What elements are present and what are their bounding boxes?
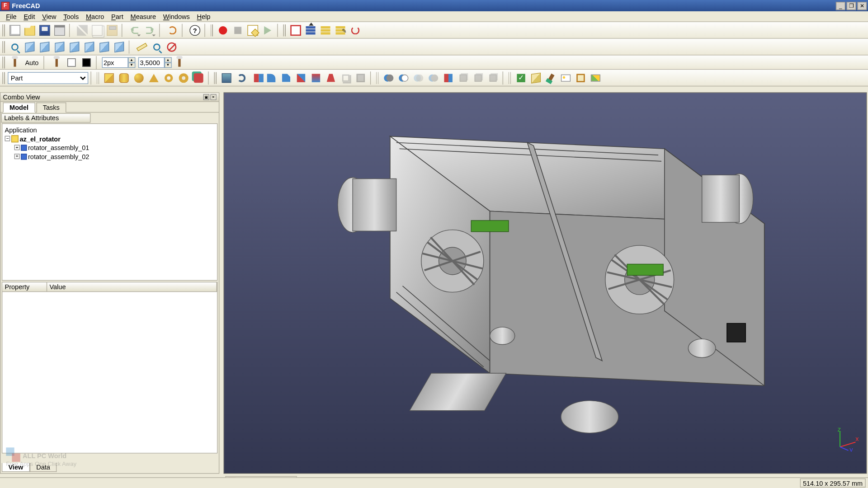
image-open-button[interactable] (559, 70, 573, 85)
part-fuse-button[interactable] (382, 70, 396, 85)
expand-toggle[interactable]: − (5, 136, 10, 141)
tree-item-assembly-02[interactable]: + rotator_assembly_02 (5, 152, 215, 161)
part-compound2-button[interactable] (471, 70, 486, 85)
part-common-button[interactable] (411, 70, 426, 85)
part-sphere-button[interactable] (132, 70, 146, 85)
layers-button[interactable] (318, 23, 333, 38)
labels-attributes-header[interactable]: Labels & Attributes (1, 113, 91, 123)
menu-tools[interactable]: Tools (60, 12, 82, 21)
workbench-select[interactable]: Part (8, 72, 88, 84)
top-view-button[interactable] (52, 40, 67, 54)
line-width-down[interactable]: ▼ (128, 62, 135, 68)
print-button[interactable] (52, 23, 67, 38)
part-chamfer-button[interactable] (279, 70, 293, 85)
font-size-stepper[interactable]: ▲▼ (138, 56, 171, 68)
part-compound-button[interactable] (456, 70, 471, 85)
macro-stop-button[interactable] (231, 23, 245, 38)
tab-model[interactable]: Model (3, 103, 35, 113)
macro-play-button[interactable] (260, 23, 275, 38)
expand-toggle[interactable]: + (14, 145, 20, 150)
whats-this-button[interactable]: ? (188, 23, 202, 38)
copy-button[interactable] (90, 23, 104, 38)
part-loft-button[interactable] (309, 70, 323, 85)
line-color-swatch[interactable] (64, 55, 79, 70)
menu-edit[interactable]: Edit (20, 12, 39, 21)
rear-view-button[interactable] (82, 40, 97, 54)
save-button[interactable] (38, 23, 52, 38)
menu-measure[interactable]: Measure (127, 12, 160, 21)
cut-button[interactable] (75, 23, 90, 38)
face-color-button[interactable] (49, 55, 64, 70)
part-primitives-button[interactable] (176, 70, 191, 85)
tree-application-node[interactable]: Application (5, 125, 215, 134)
menu-help[interactable]: Help (193, 12, 214, 21)
minimize-button[interactable]: _ (836, 1, 845, 9)
fit-all-button[interactable] (8, 40, 22, 54)
part-sweep-button[interactable] (324, 70, 338, 85)
part-mirror-button[interactable] (249, 70, 264, 85)
3d-viewport[interactable]: x z y (224, 92, 867, 474)
right-view-button[interactable] (67, 40, 82, 54)
part-revolve-button[interactable] (234, 70, 249, 85)
font-size-down[interactable]: ▼ (164, 62, 171, 68)
combo-float-button[interactable]: ▣ (203, 94, 209, 100)
line-width-input[interactable] (102, 57, 128, 68)
macro-record-button[interactable] (216, 23, 230, 38)
part-shapebuilder-button[interactable] (191, 70, 206, 85)
tab-tasks[interactable]: Tasks (36, 103, 66, 113)
tab-view[interactable]: View (2, 463, 30, 472)
tab-data[interactable]: Data (30, 463, 57, 472)
new-button[interactable] (8, 23, 22, 38)
part-offset-button[interactable] (339, 70, 353, 85)
part-thickness-button[interactable] (354, 70, 368, 85)
part-cut-button[interactable] (396, 70, 411, 85)
workbench-selector[interactable]: Part (8, 72, 88, 84)
close-button[interactable]: ✕ (857, 1, 867, 9)
part-cone-button[interactable] (146, 70, 161, 85)
appearance-button[interactable] (544, 70, 558, 85)
check-geometry-button[interactable] (514, 70, 528, 85)
part-ruled-button[interactable] (294, 70, 308, 85)
paste-button[interactable] (105, 23, 119, 38)
image-scale-button[interactable] (589, 70, 603, 85)
view-iso-button[interactable] (529, 70, 543, 85)
part-extrude-button[interactable] (219, 70, 234, 85)
expand-toggle[interactable]: + (14, 154, 20, 159)
part-torus-button[interactable] (161, 70, 176, 85)
bottom-view-button[interactable] (97, 40, 112, 54)
macro-edit-button[interactable] (245, 23, 260, 38)
undo-button[interactable] (127, 23, 142, 38)
tree-document-node[interactable]: − az_el_rotator (5, 134, 215, 143)
axo-view-button[interactable] (23, 40, 37, 54)
part-join-button[interactable] (426, 70, 441, 85)
fill-color-swatch[interactable] (79, 55, 94, 70)
line-width-stepper[interactable]: ▲▼ (102, 56, 135, 68)
image-plane-button[interactable] (574, 70, 588, 85)
maximize-button[interactable]: ❐ (847, 1, 856, 9)
part-cylinder-button[interactable] (117, 70, 131, 85)
part-box-button[interactable] (102, 70, 116, 85)
part-import-button[interactable] (303, 23, 318, 38)
menu-macro[interactable]: Macro (82, 12, 108, 21)
menu-windows[interactable]: Windows (160, 12, 193, 21)
menu-part[interactable]: Part (108, 12, 127, 21)
font-size-up[interactable]: ▲ (164, 57, 171, 62)
left-view-button[interactable] (112, 40, 127, 54)
apply-style-button[interactable] (172, 55, 187, 70)
part-fillet-button[interactable] (264, 70, 278, 85)
property-col-header[interactable]: Property (2, 282, 47, 291)
construction-mode-button[interactable] (8, 55, 22, 70)
part-section-button[interactable] (441, 70, 456, 85)
redo-button[interactable] (142, 23, 157, 38)
front-view-button[interactable] (38, 40, 52, 54)
tree-item-assembly-01[interactable]: + rotator_assembly_01 (5, 143, 215, 152)
line-width-up[interactable]: ▲ (128, 57, 135, 62)
menu-file[interactable]: File (2, 12, 20, 21)
zoom-button[interactable] (150, 40, 164, 54)
font-size-input[interactable] (138, 57, 164, 68)
part-explode-button[interactable] (486, 70, 500, 85)
open-button[interactable] (23, 23, 37, 38)
measure-clear-button[interactable] (165, 40, 179, 54)
reload-button[interactable] (348, 23, 363, 38)
menu-view[interactable]: View (38, 12, 60, 21)
